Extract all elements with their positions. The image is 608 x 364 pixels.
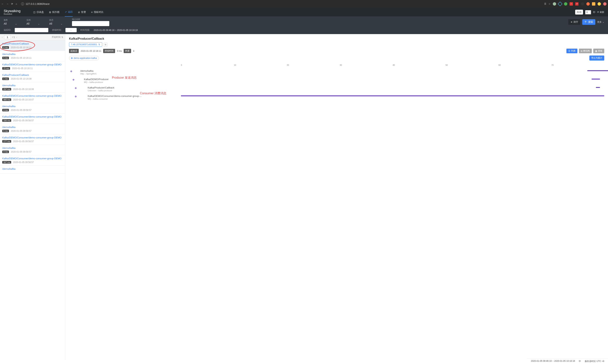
- search-button[interactable]: 🔍搜索: [582, 19, 595, 25]
- export-image-button[interactable]: 导出为图片: [589, 55, 604, 61]
- list-icon: ☰: [568, 50, 570, 52]
- span-row[interactable]: Kafka/DEMO/Producer MQ – kafka-producer: [69, 76, 604, 85]
- back-icon[interactable]: ←: [1, 3, 4, 5]
- ext-icon-3[interactable]: [564, 2, 567, 6]
- span-bar: [596, 87, 600, 88]
- view-table-button[interactable]: ▦表格: [593, 49, 604, 53]
- trace-list-item[interactable]: /demo/kafka: [0, 166, 65, 173]
- ext-icon-1[interactable]: [553, 2, 556, 6]
- clear-button[interactable]: ✕清空: [568, 19, 580, 25]
- trace-name: /demo/kafka: [2, 105, 63, 108]
- ext-icon-5[interactable]: off: [575, 2, 579, 6]
- view-tree-button[interactable]: ⧉树结构: [579, 49, 592, 53]
- ext-icon-6[interactable]: [581, 2, 584, 6]
- dot-icon: [71, 57, 72, 59]
- span-row[interactable]: /demo/kafka Http – SpringMVC: [69, 68, 604, 76]
- nav-topology[interactable]: ⊞拓扑图: [49, 8, 59, 17]
- instance-select[interactable]: All⌄: [27, 22, 45, 26]
- span-name: Kafka/DEMO/Consumer/demo-consumer-group-…: [88, 95, 181, 97]
- trace-list-item[interactable]: Kafka/Producer/Callback 1 ms2020-01-05 1…: [0, 72, 65, 82]
- trace-list-item[interactable]: Kafka/DEMO/Consumer/demo-consumer-group-…: [0, 92, 65, 103]
- auto-interval-input[interactable]: [585, 10, 591, 14]
- search-icon: 🔍: [584, 21, 587, 24]
- logo: Skywalking Rocketbot: [4, 9, 21, 15]
- endpoint-input[interactable]: [72, 21, 109, 26]
- refresh-icon: ⟳: [597, 11, 599, 13]
- trace-list-item[interactable]: /demo/kafka 4 ms2020-01-05 09:58:57: [0, 103, 65, 114]
- span-node-icon: [75, 87, 76, 89]
- sort-start-time[interactable]: 开始时间 ⇅: [52, 36, 63, 39]
- axis-tick: 30: [340, 64, 393, 66]
- chevron-updown-icon: ⇅: [98, 43, 100, 46]
- trace-id-input[interactable]: [15, 28, 48, 32]
- nav-alarm[interactable]: ⊘告警: [78, 8, 86, 17]
- span-subtitle: MQ – kafka-consumer: [88, 98, 181, 100]
- service-tag[interactable]: demo-application-kafka: [69, 56, 99, 60]
- page-input[interactable]: [4, 35, 11, 39]
- ext-icon-4[interactable]: 7: [570, 2, 573, 6]
- star-icon[interactable]: ☆: [549, 3, 551, 5]
- ext-icon-10[interactable]: [603, 2, 607, 6]
- nav-dashboard[interactable]: ◫仪表盘: [33, 8, 44, 17]
- timestamp: 2020-01-05 10:16:08: [13, 88, 34, 91]
- span-subtitle: Unknown – kafka-producer: [88, 90, 181, 92]
- trace-list-item[interactable]: Kafka/Producer/Callback 0 ms2020-01-05 1…: [0, 40, 65, 51]
- status-select[interactable]: All⌄: [49, 22, 68, 26]
- pager: ‹ / 1 › 开始时间 ⇅: [0, 34, 65, 40]
- trace-list-item[interactable]: Kafka/DEMO/Consumer/demo-consumer-group-…: [0, 61, 65, 72]
- reload-icon[interactable]: ⟳: [11, 3, 13, 5]
- ext-icon-7[interactable]: [586, 2, 590, 6]
- duration-badge: 5 ms: [2, 57, 9, 59]
- trace-id-select[interactable]: 7.48.15781905714330001⇅: [69, 42, 102, 47]
- duration-badge: 167 ms: [2, 161, 11, 164]
- chevron-down-icon: ⌄: [15, 22, 17, 25]
- axis-tick: 60: [498, 64, 552, 66]
- refresh-button[interactable]: ⟳刷新: [597, 11, 604, 14]
- duration-badge: 4 ms: [2, 109, 9, 111]
- timestamp: 2020-01-05 10:16:11: [11, 46, 31, 49]
- trace-list-item[interactable]: /demo/kafka 4 ms2020-01-05 09:58:57: [0, 145, 65, 155]
- trace-name: Kafka/Producer/Callback: [2, 74, 63, 76]
- trace-list-item[interactable]: /demo/kafka 5 ms2020-01-05 09:58:57: [0, 124, 65, 134]
- axis-tick: 20: [287, 64, 340, 66]
- duration-badge: 297 ms: [2, 88, 11, 91]
- span-bar: [592, 78, 600, 79]
- duration-badge: 156 ms: [2, 119, 11, 122]
- span-row[interactable]: Kafka/Producer/Callback Unknown – kafka-…: [69, 85, 604, 93]
- forward-icon[interactable]: →: [6, 3, 9, 5]
- home-icon[interactable]: ⌂: [16, 3, 17, 5]
- trace-list-item[interactable]: /demo/kafka 5 ms2020-01-05 10:16:11: [0, 51, 65, 61]
- trace-list: ‹ / 1 › 开始时间 ⇅ Kafka/Producer/Callback 0…: [0, 34, 65, 360]
- nav-compare[interactable]: ≡指标对比: [91, 8, 104, 17]
- axis-tick: 0: [181, 64, 234, 66]
- table-icon: ▦: [595, 50, 597, 52]
- ext-icon-9[interactable]: [597, 2, 601, 6]
- page-next[interactable]: ›: [16, 36, 17, 39]
- trace-name: Kafka/Producer/Callback: [2, 42, 63, 45]
- copy-button[interactable]: ⧉: [104, 43, 107, 47]
- span-row[interactable]: Kafka/DEMO/Consumer/demo-consumer-group-…: [69, 93, 604, 102]
- reader-icon[interactable]: ☰: [544, 3, 546, 5]
- span-name: /demo/kafka: [80, 69, 181, 72]
- timestamp: 2020-01-05 10:16:08: [11, 78, 31, 80]
- span-subtitle: Http – SpringMVC: [80, 73, 181, 75]
- chevron-down-icon: ⌄: [602, 21, 604, 23]
- page-prev[interactable]: ‹: [2, 36, 3, 39]
- ext-icon-8[interactable]: [592, 2, 595, 6]
- duration-min-input[interactable]: [66, 28, 77, 32]
- nav-trace[interactable]: ↗追踪: [65, 8, 73, 17]
- info-icon[interactable]: i: [21, 2, 24, 5]
- duration-badge: 177 ms: [2, 140, 11, 143]
- trace-name: Kafka/DEMO/Consumer/demo-consumer-group-…: [2, 94, 63, 97]
- span-name: Kafka/Producer/Callback: [88, 86, 181, 89]
- ext-icon-2[interactable]: [558, 1, 562, 6]
- filter-row: 服务 All⌄ 实例 All⌄ 状态 All⌄ 端点名称 ✕清空 🔍搜索 更多⌄: [0, 16, 608, 27]
- view-list-button[interactable]: ☰列表: [567, 49, 577, 53]
- trace-list-item[interactable]: Kafka/DEMO/Consumer/demo-consumer-group-…: [0, 155, 65, 166]
- trace-list-item[interactable]: Kafka/DEMO/Consumer/demo-consumer-group-…: [0, 134, 65, 145]
- trace-name: /demo/kafka: [2, 126, 63, 129]
- more-button[interactable]: 更多⌄: [597, 21, 604, 24]
- trace-list-item[interactable]: Kafka/DEMO/Consumer/demo-consumer-group-…: [0, 114, 65, 124]
- service-select[interactable]: All⌄: [4, 22, 22, 26]
- trace-list-item[interactable]: /demo/kafka 297 ms2020-01-05 10:16:08: [0, 82, 65, 92]
